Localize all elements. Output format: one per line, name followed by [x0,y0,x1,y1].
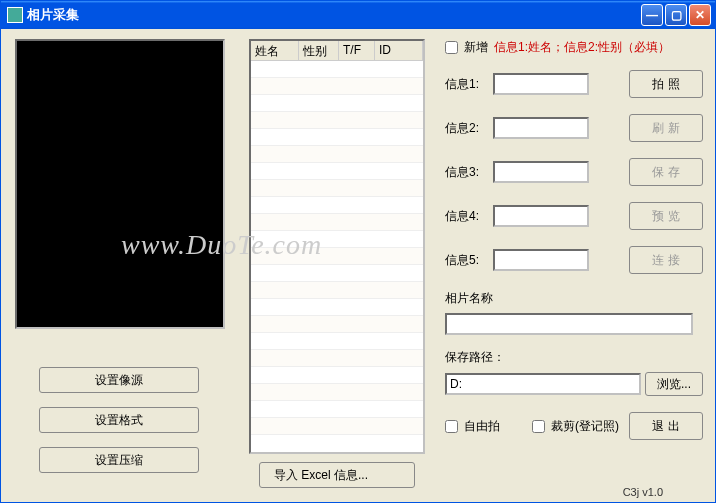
col-id[interactable]: ID [375,41,423,60]
add-new-label: 新增 [464,39,488,56]
exit-button[interactable]: 退 出 [629,412,703,440]
photo-name-input[interactable] [445,313,693,335]
info1-input[interactable] [493,73,589,95]
info-row-1: 信息1: 拍 照 [445,70,703,98]
browse-button[interactable]: 浏览... [645,372,703,396]
info2-label: 信息2: [445,120,493,137]
list-header: 姓名 性别 T/F ID [251,41,423,61]
crop-checkbox[interactable] [532,420,545,433]
info1-label: 信息1: [445,76,493,93]
app-icon [7,7,23,23]
info2-input[interactable] [493,117,589,139]
info5-input[interactable] [493,249,589,271]
client-area: 设置像源 设置格式 设置压缩 姓名 性别 T/F ID 导入 Excel 信息.… [1,29,715,502]
save-path-row: 浏览... [445,372,703,396]
save-path-input[interactable] [445,373,641,395]
camera-preview [15,39,225,329]
free-shoot-label: 自由拍 [464,418,500,435]
window-buttons: — ▢ ✕ [641,4,711,26]
app-window: 相片采集 — ▢ ✕ 设置像源 设置格式 设置压缩 姓名 性别 T/F ID 导… [0,0,716,503]
titlebar: 相片采集 — ▢ ✕ [1,1,715,29]
crop-label: 裁剪(登记照) [551,418,619,435]
required-hint: 信息1:姓名；信息2:性别（必填） [494,39,670,56]
info3-input[interactable] [493,161,589,183]
close-button[interactable]: ✕ [689,4,711,26]
top-row: 新增 信息1:姓名；信息2:性别（必填） [445,39,703,56]
save-button[interactable]: 保 存 [629,158,703,186]
set-source-button[interactable]: 设置像源 [39,367,199,393]
set-compress-button[interactable]: 设置压缩 [39,447,199,473]
col-gender[interactable]: 性别 [299,41,339,60]
info4-input[interactable] [493,205,589,227]
window-title: 相片采集 [27,6,641,24]
list-rows [251,61,423,435]
set-format-button[interactable]: 设置格式 [39,407,199,433]
maximize-button[interactable]: ▢ [665,4,687,26]
free-shoot-checkbox[interactable] [445,420,458,433]
info3-label: 信息3: [445,164,493,181]
info-row-3: 信息3: 保 存 [445,158,703,186]
info-row-5: 信息5: 连 接 [445,246,703,274]
info5-label: 信息5: [445,252,493,269]
capture-button[interactable]: 拍 照 [629,70,703,98]
add-new-checkbox[interactable] [445,41,458,54]
save-path-label: 保存路径： [445,349,703,366]
col-name[interactable]: 姓名 [251,41,299,60]
info-row-2: 信息2: 刷 新 [445,114,703,142]
refresh-button[interactable]: 刷 新 [629,114,703,142]
version-label: C3j v1.0 [623,486,663,498]
col-tf[interactable]: T/F [339,41,375,60]
info4-label: 信息4: [445,208,493,225]
info-list[interactable]: 姓名 性别 T/F ID [249,39,425,454]
import-excel-button[interactable]: 导入 Excel 信息... [259,462,415,488]
photo-name-label: 相片名称 [445,290,703,307]
preview-button[interactable]: 预 览 [629,202,703,230]
bottom-row: 自由拍 裁剪(登记照) 退 出 [445,412,703,440]
minimize-button[interactable]: — [641,4,663,26]
info-row-4: 信息4: 预 览 [445,202,703,230]
connect-button[interactable]: 连 接 [629,246,703,274]
right-panel: 新增 信息1:姓名；信息2:性别（必填） 信息1: 拍 照 信息2: 刷 新 信… [445,39,703,440]
